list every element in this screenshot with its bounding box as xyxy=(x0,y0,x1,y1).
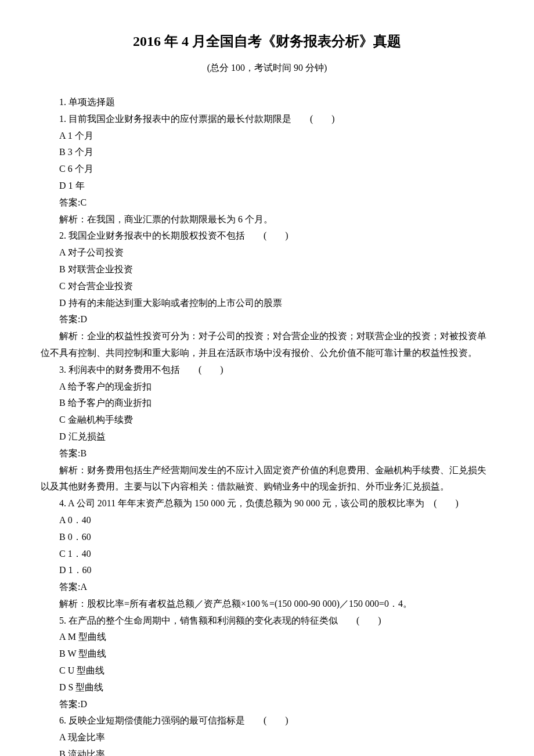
explanation: 解析：企业的权益性投资可分为：对子公司的投资；对合营企业的投资；对联营企业的投资… xyxy=(41,328,493,362)
option: D S 型曲线 xyxy=(41,679,493,696)
document-body: 1. 单项选择题 1. 目前我国企业财务报表中的应付票据的最长付款期限是 ( )… xyxy=(41,94,493,756)
option: B 3 个月 xyxy=(41,144,493,161)
answer: 答案:B xyxy=(41,445,493,462)
option: B 流动比率 xyxy=(41,746,493,756)
option: A 现金比率 xyxy=(41,729,493,746)
answer: 答案:D xyxy=(41,696,493,713)
option: A 1 个月 xyxy=(41,128,493,145)
option: D 1．60 xyxy=(41,562,493,579)
option: C 6 个月 xyxy=(41,161,493,178)
document-subtitle: (总分 100，考试时间 90 分钟) xyxy=(41,60,493,77)
option: C 对合营企业投资 xyxy=(41,278,493,295)
question-stem: 1. 目前我国企业财务报表中的应付票据的最长付款期限是 ( ) xyxy=(41,111,493,128)
explanation: 解析：财务费用包括生产经营期间发生的不应计入固定资产价值的利息费用、金融机构手续… xyxy=(41,462,493,496)
question-stem: 4. A 公司 2011 年年末资产总额为 150 000 元，负债总额为 90… xyxy=(41,495,493,512)
option: D 汇兑损益 xyxy=(41,429,493,445)
option: B 对联营企业投资 xyxy=(41,261,493,278)
question-stem: 3. 利润表中的财务费用不包括 ( ) xyxy=(41,362,493,379)
option: A 0．40 xyxy=(41,512,493,529)
option: C 1．40 xyxy=(41,546,493,563)
question-stem: 6. 反映企业短期偿债能力强弱的最可信指标是 ( ) xyxy=(41,712,493,729)
answer: 答案:A xyxy=(41,579,493,596)
option: D 1 年 xyxy=(41,178,493,195)
explanation: 解析：在我国，商业汇票的付款期限最长为 6 个月。 xyxy=(41,211,493,228)
document-title: 2016 年 4 月全国自考《财务报表分析》真题 xyxy=(41,29,493,54)
option: D 持有的未能达到重大影响或者控制的上市公司的股票 xyxy=(41,295,493,312)
answer: 答案:C xyxy=(41,195,493,211)
option: A 给予客户的现金折扣 xyxy=(41,379,493,395)
option: B W 型曲线 xyxy=(41,646,493,663)
option: A 对子公司投资 xyxy=(41,244,493,261)
explanation: 解析：股权比率=所有者权益总额／资产总额×100％=(150 000-90 00… xyxy=(41,596,493,613)
option: A M 型曲线 xyxy=(41,629,493,646)
option: C 金融机构手续费 xyxy=(41,412,493,429)
question-stem: 5. 在产品的整个生命周期中，销售额和利润额的变化表现的特征类似 ( ) xyxy=(41,613,493,629)
section-header: 1. 单项选择题 xyxy=(41,94,493,111)
answer: 答案:D xyxy=(41,311,493,328)
option: B 给予客户的商业折扣 xyxy=(41,395,493,412)
option: C U 型曲线 xyxy=(41,663,493,679)
option: B 0．60 xyxy=(41,529,493,546)
question-stem: 2. 我国企业财务报表中的长期股权投资不包括 ( ) xyxy=(41,228,493,244)
